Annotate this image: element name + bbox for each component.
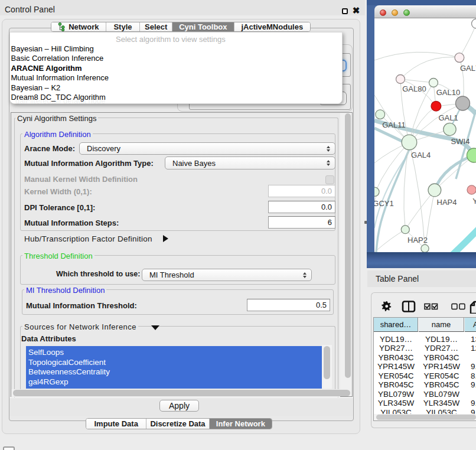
- svg-text:GAL80: GAL80: [402, 84, 426, 93]
- svg-text:GAL1: GAL1: [438, 113, 458, 122]
- svg-text:GAL11: GAL11: [382, 120, 406, 129]
- svg-text:HAP4: HAP4: [437, 198, 457, 207]
- svg-text:HAP2: HAP2: [407, 236, 428, 244]
- svg-text:GCY1: GCY1: [374, 199, 394, 208]
- svg-text:GAL10: GAL10: [436, 88, 460, 97]
- svg-text:Y: Y: [472, 197, 476, 206]
- svg-text:GAL4: GAL4: [411, 151, 431, 159]
- svg-text:SWI4: SWI4: [451, 137, 470, 146]
- svg-text:GAL7: GAL7: [460, 64, 476, 73]
